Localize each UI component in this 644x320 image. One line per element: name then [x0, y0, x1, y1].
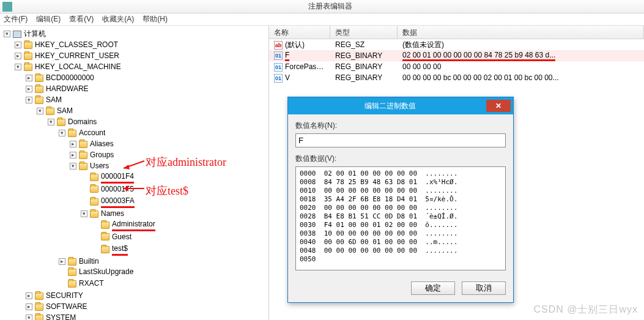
computer-icon: [13, 31, 21, 38]
tree-pane[interactable]: ▾计算机 ▸HKEY_CLASSES_ROOT ▸HKEY_CURRENT_US…: [0, 26, 269, 320]
key-name-test[interactable]: test$: [92, 244, 128, 256]
close-button[interactable]: ✕: [486, 100, 511, 112]
key-account[interactable]: ▾Account: [59, 128, 105, 138]
regedit-icon: [2, 2, 12, 12]
values-header[interactable]: 名称 类型 数据: [269, 26, 644, 39]
key-software[interactable]: ▸SOFTWARE: [26, 302, 87, 312]
menu-edit[interactable]: 编辑(E): [36, 14, 61, 24]
menu-bar[interactable]: 文件(F) 编辑(E) 查看(V) 收藏夹(A) 帮助(H): [0, 13, 644, 26]
ok-button[interactable]: 确定: [411, 281, 455, 295]
dialog-titlebar[interactable]: 编辑二进制数值 ✕: [288, 97, 513, 114]
binary-icon: 01: [274, 63, 283, 72]
col-type[interactable]: 类型: [330, 26, 398, 39]
key-bcd[interactable]: ▸BCD00000000: [26, 73, 94, 83]
dialog-title: 编辑二进制数值: [294, 101, 486, 111]
key-rxact[interactable]: RXACT: [59, 278, 104, 289]
hive-hkcr[interactable]: ▸HKEY_CLASSES_ROOT: [15, 40, 118, 50]
binary-icon: 01: [274, 51, 283, 60]
key-names[interactable]: ▾Names: [81, 209, 124, 219]
title-bar: 注册表编辑器: [0, 0, 644, 13]
key-sam[interactable]: ▾SAM: [26, 95, 62, 105]
menu-view[interactable]: 查看(V): [69, 14, 94, 24]
menu-file[interactable]: 文件(F): [4, 14, 28, 24]
value-row[interactable]: ab(默认) REG_SZ (数值未设置): [269, 39, 644, 50]
folder-icon: [24, 42, 32, 49]
menu-fav[interactable]: 收藏夹(A): [102, 14, 134, 24]
key-hardware[interactable]: ▸HARDWARE: [26, 84, 89, 94]
key-rid-1f5[interactable]: 000001F5: [81, 184, 134, 195]
menu-help[interactable]: 帮助(H): [142, 14, 168, 24]
value-name-input[interactable]: [295, 133, 506, 147]
tree-root[interactable]: ▾计算机: [4, 29, 46, 39]
key-lastsku[interactable]: LastSkuUpgrade: [59, 267, 133, 277]
hive-hkcu[interactable]: ▸HKEY_CURRENT_USER: [15, 51, 119, 61]
key-security[interactable]: ▸SECURITY: [26, 291, 83, 301]
value-row[interactable]: 01F REG_BINARY 02 00 01 00 00 00 00 00 8…: [269, 50, 644, 61]
key-aliases[interactable]: ▸Aliases: [70, 139, 114, 149]
window-title: 注册表编辑器: [16, 1, 644, 12]
col-name[interactable]: 名称: [269, 26, 330, 39]
key-name-guest[interactable]: Guest: [92, 232, 131, 242]
watermark: CSDN @士别三日wyx: [533, 303, 638, 316]
binary-icon: 01: [274, 74, 283, 83]
key-name-admin[interactable]: Administrator: [92, 219, 155, 231]
edit-binary-dialog: 编辑二进制数值 ✕ 数值名称(N): 数值数据(V): 0000 02 00 0…: [287, 97, 514, 303]
key-sam2[interactable]: ▾SAM: [37, 106, 73, 116]
data-label: 数值数据(V):: [295, 154, 506, 164]
hive-hklm[interactable]: ▾HKEY_LOCAL_MACHINE: [15, 62, 121, 72]
key-builtin[interactable]: ▸Builtin: [59, 256, 99, 267]
key-system[interactable]: ▾SYSTEM: [26, 313, 76, 320]
cancel-button[interactable]: 取消: [462, 281, 506, 295]
key-domains[interactable]: ▾Domains: [48, 117, 97, 127]
value-row[interactable]: 01ForcePasswor... REG_BINARY 00 00 00 00: [269, 61, 644, 72]
value-row[interactable]: 01V REG_BINARY 00 00 00 00 bc 00 00 00 0…: [269, 72, 644, 83]
string-icon: ab: [274, 41, 283, 50]
key-users[interactable]: ▾Users: [70, 161, 109, 171]
hex-editor[interactable]: 0000 02 00 01 00 00 00 00 00 ........ 00…: [295, 166, 506, 270]
key-rid-1f4[interactable]: 000001F4: [81, 171, 134, 184]
name-label: 数值名称(N):: [295, 121, 506, 131]
key-rid-3fa[interactable]: 000003FA: [81, 196, 135, 208]
key-groups[interactable]: ▸Groups: [70, 150, 114, 160]
col-data[interactable]: 数据: [398, 26, 644, 39]
